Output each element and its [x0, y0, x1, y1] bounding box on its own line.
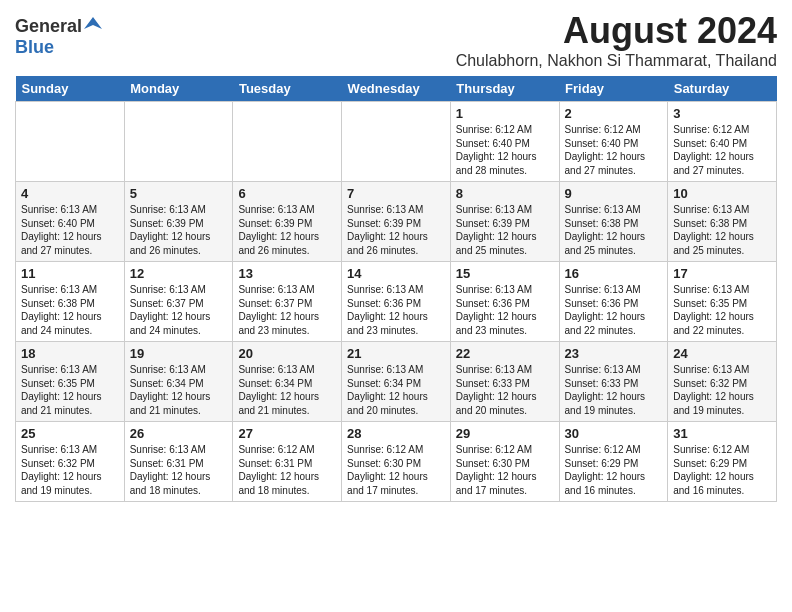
day-number: 11: [21, 266, 119, 281]
weekday-header-friday: Friday: [559, 76, 668, 102]
calendar-cell: 5Sunrise: 6:13 AM Sunset: 6:39 PM Daylig…: [124, 182, 233, 262]
calendar-cell: 30Sunrise: 6:12 AM Sunset: 6:29 PM Dayli…: [559, 422, 668, 502]
day-number: 25: [21, 426, 119, 441]
day-number: 16: [565, 266, 663, 281]
calendar-cell: 11Sunrise: 6:13 AM Sunset: 6:38 PM Dayli…: [16, 262, 125, 342]
calendar-cell: 24Sunrise: 6:13 AM Sunset: 6:32 PM Dayli…: [668, 342, 777, 422]
calendar-cell: 20Sunrise: 6:13 AM Sunset: 6:34 PM Dayli…: [233, 342, 342, 422]
calendar-cell: 7Sunrise: 6:13 AM Sunset: 6:39 PM Daylig…: [342, 182, 451, 262]
day-number: 9: [565, 186, 663, 201]
cell-content: Sunrise: 6:13 AM Sunset: 6:35 PM Dayligh…: [21, 363, 119, 417]
day-number: 7: [347, 186, 445, 201]
calendar-cell: 19Sunrise: 6:13 AM Sunset: 6:34 PM Dayli…: [124, 342, 233, 422]
cell-content: Sunrise: 6:13 AM Sunset: 6:33 PM Dayligh…: [456, 363, 554, 417]
day-number: 31: [673, 426, 771, 441]
calendar-cell: 29Sunrise: 6:12 AM Sunset: 6:30 PM Dayli…: [450, 422, 559, 502]
calendar-cell: 14Sunrise: 6:13 AM Sunset: 6:36 PM Dayli…: [342, 262, 451, 342]
cell-content: Sunrise: 6:13 AM Sunset: 6:34 PM Dayligh…: [130, 363, 228, 417]
calendar-cell: 2Sunrise: 6:12 AM Sunset: 6:40 PM Daylig…: [559, 102, 668, 182]
cell-content: Sunrise: 6:13 AM Sunset: 6:39 PM Dayligh…: [456, 203, 554, 257]
calendar-cell: 10Sunrise: 6:13 AM Sunset: 6:38 PM Dayli…: [668, 182, 777, 262]
calendar-cell: 4Sunrise: 6:13 AM Sunset: 6:40 PM Daylig…: [16, 182, 125, 262]
calendar-cell: [233, 102, 342, 182]
cell-content: Sunrise: 6:13 AM Sunset: 6:38 PM Dayligh…: [565, 203, 663, 257]
cell-content: Sunrise: 6:12 AM Sunset: 6:40 PM Dayligh…: [673, 123, 771, 177]
calendar-cell: 3Sunrise: 6:12 AM Sunset: 6:40 PM Daylig…: [668, 102, 777, 182]
day-number: 22: [456, 346, 554, 361]
day-number: 10: [673, 186, 771, 201]
logo: General Blue: [15, 15, 102, 58]
calendar-cell: 15Sunrise: 6:13 AM Sunset: 6:36 PM Dayli…: [450, 262, 559, 342]
cell-content: Sunrise: 6:13 AM Sunset: 6:38 PM Dayligh…: [21, 283, 119, 337]
calendar-week-row: 18Sunrise: 6:13 AM Sunset: 6:35 PM Dayli…: [16, 342, 777, 422]
calendar-cell: 13Sunrise: 6:13 AM Sunset: 6:37 PM Dayli…: [233, 262, 342, 342]
day-number: 2: [565, 106, 663, 121]
weekday-header-tuesday: Tuesday: [233, 76, 342, 102]
weekday-header-saturday: Saturday: [668, 76, 777, 102]
cell-content: Sunrise: 6:13 AM Sunset: 6:32 PM Dayligh…: [21, 443, 119, 497]
cell-content: Sunrise: 6:13 AM Sunset: 6:39 PM Dayligh…: [130, 203, 228, 257]
calendar-cell: [124, 102, 233, 182]
calendar-cell: 31Sunrise: 6:12 AM Sunset: 6:29 PM Dayli…: [668, 422, 777, 502]
day-number: 26: [130, 426, 228, 441]
calendar-cell: 9Sunrise: 6:13 AM Sunset: 6:38 PM Daylig…: [559, 182, 668, 262]
svg-marker-0: [84, 17, 102, 29]
cell-content: Sunrise: 6:13 AM Sunset: 6:33 PM Dayligh…: [565, 363, 663, 417]
day-number: 21: [347, 346, 445, 361]
weekday-header-wednesday: Wednesday: [342, 76, 451, 102]
cell-content: Sunrise: 6:13 AM Sunset: 6:37 PM Dayligh…: [130, 283, 228, 337]
day-number: 3: [673, 106, 771, 121]
weekday-header-sunday: Sunday: [16, 76, 125, 102]
calendar-cell: 8Sunrise: 6:13 AM Sunset: 6:39 PM Daylig…: [450, 182, 559, 262]
calendar-cell: 21Sunrise: 6:13 AM Sunset: 6:34 PM Dayli…: [342, 342, 451, 422]
day-number: 23: [565, 346, 663, 361]
cell-content: Sunrise: 6:12 AM Sunset: 6:29 PM Dayligh…: [673, 443, 771, 497]
day-number: 12: [130, 266, 228, 281]
cell-content: Sunrise: 6:13 AM Sunset: 6:38 PM Dayligh…: [673, 203, 771, 257]
calendar-cell: 25Sunrise: 6:13 AM Sunset: 6:32 PM Dayli…: [16, 422, 125, 502]
weekday-header-monday: Monday: [124, 76, 233, 102]
calendar-cell: 12Sunrise: 6:13 AM Sunset: 6:37 PM Dayli…: [124, 262, 233, 342]
day-number: 6: [238, 186, 336, 201]
day-number: 1: [456, 106, 554, 121]
day-number: 18: [21, 346, 119, 361]
day-number: 4: [21, 186, 119, 201]
cell-content: Sunrise: 6:13 AM Sunset: 6:34 PM Dayligh…: [347, 363, 445, 417]
calendar-cell: 6Sunrise: 6:13 AM Sunset: 6:39 PM Daylig…: [233, 182, 342, 262]
cell-content: Sunrise: 6:13 AM Sunset: 6:39 PM Dayligh…: [238, 203, 336, 257]
calendar-cell: [342, 102, 451, 182]
calendar-week-row: 1Sunrise: 6:12 AM Sunset: 6:40 PM Daylig…: [16, 102, 777, 182]
day-number: 20: [238, 346, 336, 361]
header: General Blue August 2024 Chulabhorn, Nak…: [15, 10, 777, 70]
logo-general: General: [15, 16, 82, 37]
logo-blue: Blue: [15, 37, 54, 57]
cell-content: Sunrise: 6:13 AM Sunset: 6:31 PM Dayligh…: [130, 443, 228, 497]
calendar-header-row: SundayMondayTuesdayWednesdayThursdayFrid…: [16, 76, 777, 102]
location-subtitle: Chulabhorn, Nakhon Si Thammarat, Thailan…: [456, 52, 777, 70]
calendar-cell: 22Sunrise: 6:13 AM Sunset: 6:33 PM Dayli…: [450, 342, 559, 422]
day-number: 15: [456, 266, 554, 281]
calendar-cell: 16Sunrise: 6:13 AM Sunset: 6:36 PM Dayli…: [559, 262, 668, 342]
calendar-cell: [16, 102, 125, 182]
logo-bird-icon: [84, 15, 102, 33]
cell-content: Sunrise: 6:12 AM Sunset: 6:40 PM Dayligh…: [456, 123, 554, 177]
calendar-cell: 28Sunrise: 6:12 AM Sunset: 6:30 PM Dayli…: [342, 422, 451, 502]
cell-content: Sunrise: 6:13 AM Sunset: 6:36 PM Dayligh…: [347, 283, 445, 337]
cell-content: Sunrise: 6:12 AM Sunset: 6:30 PM Dayligh…: [456, 443, 554, 497]
cell-content: Sunrise: 6:12 AM Sunset: 6:31 PM Dayligh…: [238, 443, 336, 497]
day-number: 13: [238, 266, 336, 281]
day-number: 8: [456, 186, 554, 201]
day-number: 27: [238, 426, 336, 441]
cell-content: Sunrise: 6:13 AM Sunset: 6:36 PM Dayligh…: [456, 283, 554, 337]
day-number: 14: [347, 266, 445, 281]
day-number: 29: [456, 426, 554, 441]
day-number: 5: [130, 186, 228, 201]
calendar-week-row: 11Sunrise: 6:13 AM Sunset: 6:38 PM Dayli…: [16, 262, 777, 342]
cell-content: Sunrise: 6:13 AM Sunset: 6:35 PM Dayligh…: [673, 283, 771, 337]
cell-content: Sunrise: 6:13 AM Sunset: 6:37 PM Dayligh…: [238, 283, 336, 337]
calendar-week-row: 4Sunrise: 6:13 AM Sunset: 6:40 PM Daylig…: [16, 182, 777, 262]
weekday-header-thursday: Thursday: [450, 76, 559, 102]
cell-content: Sunrise: 6:13 AM Sunset: 6:32 PM Dayligh…: [673, 363, 771, 417]
calendar-cell: 1Sunrise: 6:12 AM Sunset: 6:40 PM Daylig…: [450, 102, 559, 182]
month-year-title: August 2024: [456, 10, 777, 52]
